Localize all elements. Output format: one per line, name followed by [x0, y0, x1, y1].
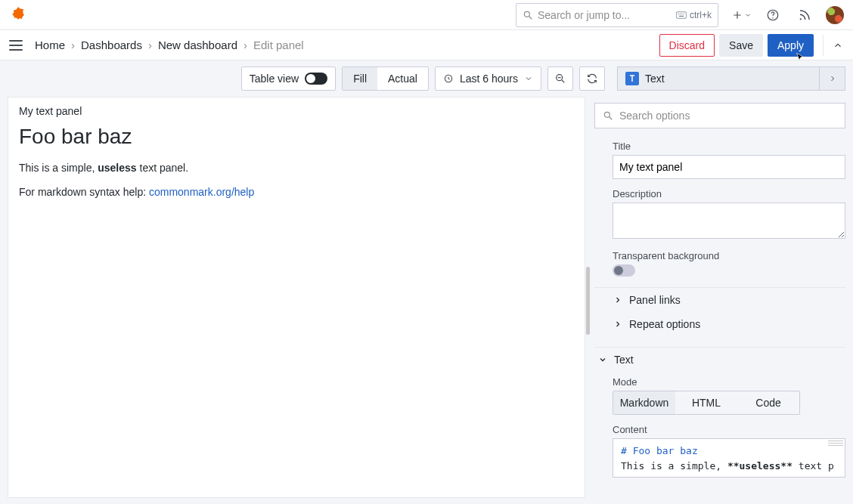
panel-title: My text panel	[19, 105, 574, 117]
mode-label: Mode	[613, 376, 845, 388]
refresh-button[interactable]	[579, 66, 605, 91]
svg-point-5	[681, 13, 682, 14]
crumb-new-dashboard[interactable]: New dashboard	[158, 39, 237, 51]
mode-html[interactable]: HTML	[675, 391, 737, 414]
collapse-toolbar-button[interactable]	[823, 35, 844, 56]
search-icon	[523, 10, 533, 20]
zoom-out-button[interactable]	[547, 66, 573, 91]
crumb-dashboards[interactable]: Dashboards	[81, 39, 142, 51]
chevron-down-icon	[598, 355, 607, 364]
chevron-up-icon	[833, 40, 843, 51]
preview-paragraph-1: This is a simple, useless text panel.	[19, 159, 574, 176]
search-icon	[603, 110, 613, 121]
text-viz-icon	[625, 72, 639, 85]
preview-paragraph-2: For markdown syntax help: commonmark.org…	[19, 184, 574, 200]
crumb-edit-panel: Edit panel	[253, 39, 304, 51]
grafana-logo-icon[interactable]	[9, 6, 27, 24]
user-avatar[interactable]	[826, 6, 844, 24]
add-menu[interactable]	[732, 10, 752, 20]
time-range-picker[interactable]: Last 6 hours	[435, 66, 541, 91]
mode-radio-group: Markdown HTML Code	[613, 391, 800, 415]
chevron-down-icon	[524, 74, 533, 83]
content-editor[interactable]: # Foo bar baz This is a simple, **useles…	[613, 438, 845, 478]
chevron-right-icon	[613, 295, 622, 305]
table-view-toggle[interactable]: Table view	[241, 66, 336, 91]
top-bar: Search or jump to... ctrl+k	[0, 0, 853, 30]
svg-point-0	[524, 11, 529, 17]
editor-body: My text panel Foo bar baz This is a simp…	[0, 97, 853, 504]
chevron-right-icon	[613, 320, 622, 329]
svg-line-14	[562, 80, 564, 82]
search-options-input[interactable]: Search options	[594, 103, 845, 128]
panel-links-section[interactable]: Panel links	[594, 288, 845, 312]
rss-icon	[798, 8, 811, 22]
mode-code[interactable]: Code	[737, 391, 799, 414]
cursor-icon	[795, 52, 807, 64]
content-label: Content	[613, 424, 845, 435]
news-button[interactable]	[794, 5, 815, 26]
chevron-right-icon: ›	[71, 39, 75, 51]
chevron-right-icon: ›	[243, 39, 247, 51]
svg-point-9	[772, 17, 774, 19]
preview-link[interactable]: commonmark.org/help	[149, 186, 254, 198]
breadcrumbs: Home › Dashboards › New dashboard › Edit…	[35, 39, 304, 51]
chevron-right-icon	[828, 74, 837, 83]
fill-actual-toggle: Fill Actual	[342, 66, 429, 91]
crumb-home[interactable]: Home	[35, 39, 65, 51]
chevron-right-icon: ›	[148, 39, 152, 51]
resize-handle[interactable]	[586, 267, 590, 335]
visualization-picker-main[interactable]: Text	[618, 72, 819, 85]
global-search[interactable]: Search or jump to... ctrl+k	[516, 3, 718, 27]
help-button[interactable]	[762, 5, 783, 26]
svg-point-4	[680, 13, 681, 14]
refresh-icon	[586, 73, 598, 85]
save-button[interactable]: Save	[719, 34, 763, 57]
clock-icon	[443, 73, 454, 84]
description-label: Description	[613, 188, 845, 199]
help-icon	[766, 8, 780, 22]
transparent-toggle[interactable]	[613, 264, 635, 277]
visualization-picker-expand[interactable]	[819, 66, 845, 91]
chevron-down-icon	[802, 74, 811, 83]
fill-option[interactable]: Fill	[343, 67, 377, 90]
search-placeholder: Search or jump to...	[538, 9, 672, 21]
svg-point-6	[683, 13, 684, 14]
menu-toggle[interactable]	[9, 36, 27, 54]
visualization-picker: Text	[617, 66, 845, 91]
discard-button[interactable]: Discard	[659, 34, 715, 57]
editor-minimap	[828, 441, 843, 447]
svg-line-16	[610, 117, 613, 120]
preview-heading: Foo bar baz	[19, 125, 574, 149]
apply-button[interactable]: Apply	[768, 34, 814, 57]
title-input[interactable]	[613, 155, 845, 179]
svg-rect-7	[679, 15, 684, 16]
search-kbd: ctrl+k	[676, 10, 712, 20]
description-input[interactable]	[613, 203, 845, 239]
plus-icon	[732, 10, 743, 20]
breadcrumb-bar: Home › Dashboards › New dashboard › Edit…	[0, 30, 853, 60]
transparent-label: Transparent background	[613, 250, 845, 261]
keyboard-icon	[676, 11, 687, 19]
text-section[interactable]: Text	[594, 348, 845, 372]
title-label: Title	[613, 141, 845, 152]
zoom-out-icon	[554, 73, 566, 85]
svg-point-15	[604, 112, 610, 117]
switch-icon	[305, 73, 327, 85]
svg-line-1	[529, 16, 532, 19]
mode-markdown[interactable]: Markdown	[613, 391, 675, 414]
svg-point-10	[800, 18, 802, 20]
repeat-options-section[interactable]: Repeat options	[594, 312, 845, 336]
panel-preview: My text panel Foo bar baz This is a simp…	[8, 97, 585, 498]
preview-container: My text panel Foo bar baz This is a simp…	[0, 97, 591, 504]
options-sidebar: Search options Title Description Transpa…	[591, 97, 853, 504]
svg-rect-2	[676, 11, 686, 18]
chevron-down-icon	[744, 11, 752, 19]
svg-point-3	[678, 13, 678, 14]
editor-toolbar: Table view Fill Actual Last 6 hours Text	[0, 60, 853, 97]
actual-option[interactable]: Actual	[377, 67, 428, 90]
